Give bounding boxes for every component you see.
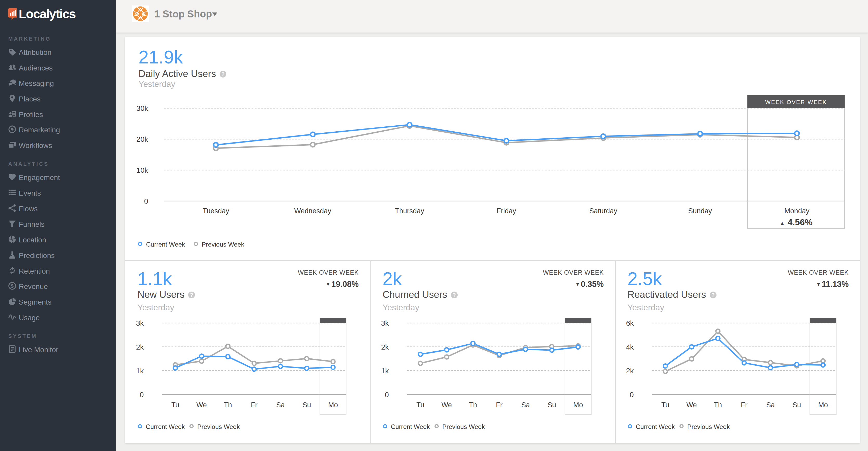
svg-text:0: 0 [144, 197, 148, 205]
svg-text:Fr: Fr [496, 401, 502, 409]
svg-text:Previous Week: Previous Week [197, 423, 240, 430]
svg-text:3k: 3k [381, 319, 389, 327]
svg-text:Fr: Fr [251, 401, 257, 409]
svg-text:Fr: Fr [741, 401, 747, 409]
svg-text:Th: Th [469, 401, 477, 409]
svg-text:6k: 6k [626, 319, 634, 327]
svg-text:Current Week: Current Week [391, 423, 430, 430]
svg-text:Sa: Sa [766, 401, 775, 409]
svg-text:Previous Week: Previous Week [202, 241, 244, 248]
svg-text:Tu: Tu [661, 401, 670, 409]
svg-text:Su: Su [793, 401, 801, 409]
svg-text:Wednesday: Wednesday [294, 207, 331, 215]
svg-text:▲ 4.56%: ▲ 4.56% [779, 217, 813, 227]
svg-text:Sa: Sa [521, 401, 530, 409]
svg-text:WEEK OVER WEEK: WEEK OVER WEEK [765, 98, 827, 105]
svg-text:Friday: Friday [497, 207, 516, 215]
svg-text:Mo: Mo [573, 401, 583, 409]
svg-text:0: 0 [384, 390, 389, 398]
svg-text:1k: 1k [136, 367, 144, 375]
svg-text:1k: 1k [381, 367, 389, 375]
svg-text:Saturday: Saturday [589, 207, 618, 215]
svg-text:Thursday: Thursday [395, 207, 424, 215]
svg-text:Su: Su [303, 401, 311, 409]
svg-text:0: 0 [630, 390, 634, 398]
svg-text:Tuesday: Tuesday [203, 207, 229, 215]
svg-text:Su: Su [548, 401, 556, 409]
svg-text:Previous Week: Previous Week [442, 423, 485, 430]
svg-text:Mo: Mo [818, 401, 828, 409]
svg-text:We: We [686, 401, 697, 409]
svg-text:We: We [441, 401, 452, 409]
svg-text:4k: 4k [626, 343, 634, 351]
svg-text:Monday: Monday [784, 207, 809, 215]
svg-text:$: $ [11, 283, 14, 289]
svg-text:3k: 3k [136, 319, 144, 327]
svg-text:Previous Week: Previous Week [687, 423, 730, 430]
svg-text:Tu: Tu [171, 401, 179, 409]
svg-text:Mo: Mo [328, 401, 338, 409]
svg-text:2k: 2k [626, 367, 634, 375]
svg-text:Sunday: Sunday [688, 207, 712, 215]
svg-text:2k: 2k [381, 343, 389, 351]
svg-text:2k: 2k [136, 343, 144, 351]
svg-text:Current Week: Current Week [146, 241, 185, 248]
svg-text:Current Week: Current Week [146, 423, 185, 430]
svg-text:Th: Th [224, 401, 232, 409]
svg-text:0: 0 [140, 390, 144, 398]
svg-text:10k: 10k [136, 166, 148, 174]
svg-text:30k: 30k [136, 104, 148, 112]
svg-text:Tu: Tu [416, 401, 424, 409]
svg-text:We: We [196, 401, 207, 409]
svg-text:Sa: Sa [276, 401, 285, 409]
svg-text:Th: Th [714, 401, 722, 409]
svg-text:20k: 20k [136, 135, 148, 143]
svg-text:Current Week: Current Week [636, 423, 675, 430]
